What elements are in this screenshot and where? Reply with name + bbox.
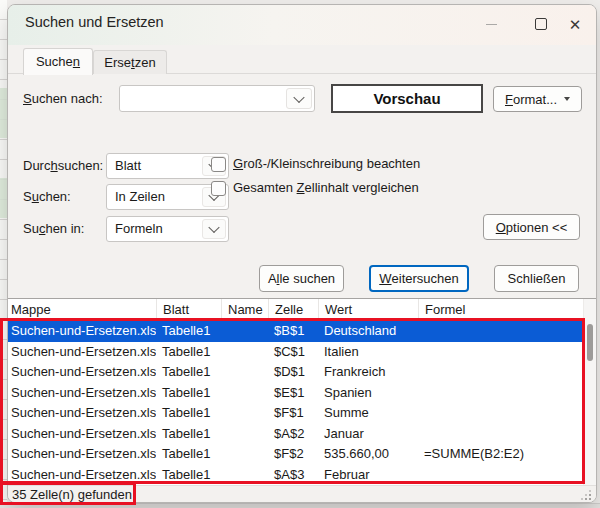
search-for-label: Suchen nach:	[23, 86, 103, 111]
look-in-value: Formeln	[115, 217, 163, 241]
cell-blatt: Tabelle1	[156, 403, 221, 424]
cell-wert: 535.660,00	[318, 444, 418, 465]
table-row[interactable]: Suchen-und-Ersetzen.xlsx Tabelle1 $B$1 D…	[8, 321, 583, 342]
screenshot: Suchen und Ersetzen ✕ Suchen Ersetzen Su…	[0, 0, 600, 508]
within-label: Durchsuchen:	[23, 153, 103, 178]
format-preview-box: Vorschau	[331, 84, 483, 113]
match-case-label: Groß-/Kleinschreibung beachten	[233, 156, 420, 172]
table-row[interactable]: Suchen-und-Ersetzen.xlsx Tabelle1 $C$1 I…	[8, 342, 583, 363]
cell-formel	[418, 465, 576, 486]
column-header-name[interactable]: Name	[221, 299, 268, 320]
maximize-button[interactable]	[526, 10, 556, 38]
cell-blatt: Tabelle1	[156, 444, 221, 465]
cell-zelle: $A$2	[268, 424, 318, 445]
column-header-blatt[interactable]: Blatt	[156, 299, 221, 320]
dialog-title: Suchen und Ersetzen	[25, 14, 164, 30]
close-dialog-button[interactable]: Schließen	[494, 265, 579, 292]
results-rows: Suchen-und-Ersetzen.xlsx Tabelle1 $B$1 D…	[8, 321, 596, 485]
status-text: 35 Zelle(n) gefunden	[12, 486, 132, 503]
cell-wert: Deutschland	[318, 321, 418, 342]
titlebar[interactable]: Suchen und Ersetzen ✕	[8, 5, 596, 45]
cell-mappe: Suchen-und-Ersetzen.xlsx	[8, 444, 156, 465]
cell-blatt: Tabelle1	[156, 465, 221, 486]
table-row[interactable]: Suchen-und-Ersetzen.xlsx Tabelle1 $A$2 J…	[8, 424, 583, 445]
cell-formel	[418, 424, 576, 445]
cell-name	[221, 342, 268, 363]
background-statusbar	[0, 503, 600, 508]
resize-grip-icon[interactable]	[589, 498, 591, 500]
cell-mappe: Suchen-und-Ersetzen.xlsx	[8, 403, 156, 424]
table-row[interactable]: Suchen-und-Ersetzen.xlsx Tabelle1 $E$1 S…	[8, 383, 583, 404]
scrollbar-thumb[interactable]	[587, 324, 593, 361]
table-row[interactable]: Suchen-und-Ersetzen.xlsx Tabelle1 $A$3 F…	[8, 465, 583, 486]
tab-suchen[interactable]: Suchen	[23, 48, 93, 75]
cell-zelle: $A$3	[268, 465, 318, 486]
cell-mappe: Suchen-und-Ersetzen.xlsx	[8, 321, 156, 342]
minimize-button[interactable]	[476, 10, 506, 38]
close-icon: ✕	[569, 17, 582, 32]
cell-formel	[418, 403, 576, 424]
cell-zelle: $E$1	[268, 383, 318, 404]
cell-wert: Februar	[318, 465, 418, 486]
find-all-button[interactable]: Alle suchen	[259, 265, 344, 292]
spreadsheet-cell-shading	[0, 178, 7, 218]
column-header-wert[interactable]: Wert	[318, 299, 418, 320]
match-case-checkbox[interactable]	[211, 157, 226, 172]
background-spreadsheet	[0, 0, 7, 508]
cell-formel	[418, 321, 576, 342]
cell-name	[221, 465, 268, 486]
cell-name	[221, 444, 268, 465]
vertical-scrollbar[interactable]	[583, 299, 596, 486]
column-header-zelle[interactable]: Zelle	[268, 299, 318, 320]
look-in-select[interactable]: Formeln	[106, 216, 229, 242]
cell-wert: Italien	[318, 342, 418, 363]
cell-blatt: Tabelle1	[156, 424, 221, 445]
cell-zelle: $C$1	[268, 342, 318, 363]
cell-formel	[418, 362, 576, 383]
match-entire-cell-checkbox[interactable]	[211, 181, 226, 196]
cell-formel: =SUMME(B2:E2)	[418, 444, 576, 465]
maximize-icon	[535, 18, 547, 30]
cell-mappe: Suchen-und-Ersetzen.xlsx	[8, 342, 156, 363]
cell-zelle: $B$1	[268, 321, 318, 342]
column-header-formel[interactable]: Formel	[418, 299, 576, 320]
find-next-button[interactable]: Weitersuchen	[369, 265, 469, 292]
results-listview: Mappe Blatt Name Zelle Wert Formel Suche…	[8, 298, 596, 485]
cell-name	[221, 403, 268, 424]
status-bar: 35 Zelle(n) gefunden	[8, 485, 596, 503]
column-header-mappe[interactable]: Mappe	[8, 299, 156, 320]
cell-zelle: $F$1	[268, 403, 318, 424]
table-row[interactable]: Suchen-und-Ersetzen.xlsx Tabelle1 $D$1 F…	[8, 362, 583, 383]
within-value: Blatt	[115, 154, 141, 178]
tab-ersetzen[interactable]: Ersetzen	[93, 50, 167, 74]
cell-wert: Spanien	[318, 383, 418, 404]
search-input[interactable]	[119, 85, 315, 112]
cell-formel	[418, 383, 576, 404]
minimize-icon	[486, 24, 497, 25]
table-row[interactable]: Suchen-und-Ersetzen.xlsx Tabelle1 $F$2 5…	[8, 444, 583, 465]
search-order-label: Suchen:	[23, 184, 71, 209]
cell-mappe: Suchen-und-Ersetzen.xlsx	[8, 362, 156, 383]
cell-mappe: Suchen-und-Ersetzen.xlsx	[8, 424, 156, 445]
cell-formel	[418, 342, 576, 363]
select-dropdown-button[interactable]	[202, 219, 226, 239]
cell-name	[221, 424, 268, 445]
format-button[interactable]: Format...	[493, 86, 582, 112]
search-order-value: In Zeilen	[115, 185, 165, 209]
preview-label: Vorschau	[373, 90, 440, 107]
options-button[interactable]: Optionen <<	[483, 214, 580, 240]
cell-blatt: Tabelle1	[156, 383, 221, 404]
cell-zelle: $F$2	[268, 444, 318, 465]
close-button[interactable]: ✕	[560, 10, 590, 38]
cell-mappe: Suchen-und-Ersetzen.xlsx	[8, 383, 156, 404]
cell-blatt: Tabelle1	[156, 362, 221, 383]
cell-wert: Januar	[318, 424, 418, 445]
find-replace-dialog: Suchen und Ersetzen ✕ Suchen Ersetzen Su…	[7, 4, 597, 503]
format-dropdown-arrow-icon	[564, 97, 570, 101]
tab-strip: Suchen Ersetzen	[8, 45, 596, 74]
cell-name	[221, 383, 268, 404]
table-row[interactable]: Suchen-und-Ersetzen.xlsx Tabelle1 $F$1 S…	[8, 403, 583, 424]
spreadsheet-cell-shading	[0, 88, 7, 138]
chevron-down-icon	[293, 91, 304, 102]
combo-dropdown-button[interactable]	[286, 88, 312, 109]
